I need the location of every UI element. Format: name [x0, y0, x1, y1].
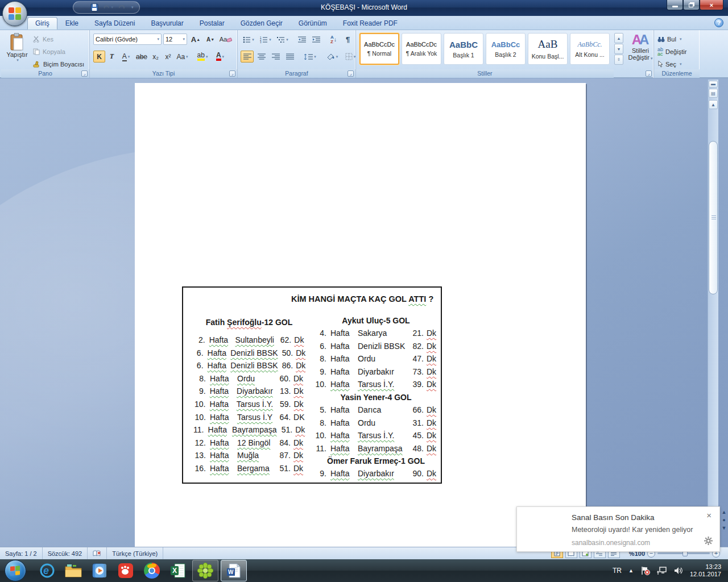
paste-button[interactable]: Yapıştır ▾ [5, 32, 30, 68]
proofing-status[interactable] [88, 547, 107, 559]
browser-notification[interactable]: Sanal Basın Son Dakika Meteoroloji uyard… [516, 506, 720, 552]
justify-button[interactable] [283, 51, 296, 63]
style-gallery-expand[interactable]: ⇳ [614, 55, 623, 65]
restore-button[interactable] [683, 0, 700, 10]
taskbar-internet-explorer[interactable]: e [34, 560, 60, 581]
find-dropdown[interactable]: ▾ [680, 37, 682, 41]
style-scroll-up[interactable]: ▲ [614, 33, 623, 43]
select-dropdown[interactable]: ▾ [680, 62, 682, 66]
grow-font-button[interactable]: A▲ [189, 34, 202, 45]
shrink-font-button[interactable]: A▼ [204, 34, 217, 45]
ribbon-tab[interactable]: Gözden Geçir [233, 17, 291, 30]
split-handle[interactable]: ▬ [709, 81, 718, 88]
vertical-scrollbar[interactable]: ▬ ▤ ▲ [708, 80, 718, 547]
style-card[interactable]: AaBbCc Başlık 2 [486, 33, 526, 65]
highlight-button[interactable]: ab▾ [194, 51, 211, 63]
shading-button[interactable]: ▾ [324, 51, 341, 63]
font-color-button[interactable]: A▾ [212, 51, 229, 63]
ruler-toggle-button[interactable]: ▤ [709, 89, 718, 98]
font-color-dropdown[interactable]: ▾ [222, 55, 225, 59]
font-name-combobox[interactable]: Calibri (Gövde)▾ [93, 34, 162, 45]
network-icon[interactable] [657, 567, 667, 575]
paragraph-dialog-launcher[interactable]: ⌟ [348, 70, 354, 77]
highlight-dropdown[interactable]: ▾ [206, 55, 208, 59]
subscript-button[interactable]: x₂ [150, 51, 162, 63]
change-case-dropdown[interactable]: ▾ [186, 55, 188, 59]
ribbon-tab[interactable]: Postalar [192, 17, 233, 30]
clipboard-dialog-launcher[interactable]: ⌟ [81, 70, 88, 77]
style-scroll-down[interactable]: ▼ [614, 44, 623, 54]
start-button[interactable] [5, 560, 26, 581]
multilevel-list-button[interactable]: ▾ [275, 34, 291, 45]
style-card[interactable]: AaBbCc. Alt Konu ... [570, 33, 610, 65]
word-count-status[interactable]: Sözcük: 492 [43, 547, 88, 559]
zoom-slider[interactable] [657, 552, 710, 554]
change-case-button[interactable]: Aa▾ [175, 51, 190, 63]
office-button[interactable] [2, 1, 27, 26]
bold-button[interactable]: K [93, 51, 105, 63]
increase-indent-button[interactable] [309, 34, 322, 45]
ribbon-tab[interactable]: Başvurular [143, 17, 191, 30]
document-page[interactable]: KİM HANGİ MAÇTA KAÇ GOL ATTI ? Fatih Şer… [135, 83, 586, 547]
taskbar-word-active[interactable]: W [221, 560, 247, 581]
paste-dropdown[interactable]: ▾ [16, 58, 19, 63]
next-page-button[interactable]: ▼ [722, 525, 727, 531]
previous-page-button[interactable]: ▲ [722, 509, 727, 515]
bullets-button[interactable]: ▾ [241, 34, 257, 45]
page-count-status[interactable]: Sayfa: 1 / 2 [0, 547, 43, 559]
scroll-up-button[interactable]: ▲ [709, 100, 718, 109]
help-button[interactable]: ? [714, 18, 723, 27]
clear-formatting-button[interactable]: Aa [218, 34, 233, 45]
select-browse-object-button[interactable]: ● [722, 517, 725, 523]
minimize-button[interactable] [667, 0, 683, 10]
find-button[interactable]: Bul▾ [657, 34, 681, 45]
superscript-button[interactable]: x² [162, 51, 174, 63]
align-right-button[interactable] [269, 51, 282, 63]
taskbar-gom-player[interactable] [113, 560, 139, 581]
style-card[interactable]: AaB Konu Başl... [528, 33, 568, 65]
tray-show-hidden-icons[interactable]: ▲ [628, 568, 634, 573]
action-center-icon[interactable] [640, 566, 650, 575]
language-status[interactable]: Türkçe (Türkiye) [107, 547, 163, 559]
ribbon-tab[interactable]: Foxit Reader PDF [335, 17, 406, 30]
italic-button[interactable]: T [106, 51, 118, 63]
copy-button[interactable]: Kopyala [33, 46, 65, 57]
replace-button[interactable]: abac Değiştir [657, 46, 686, 57]
notification-close-button[interactable]: × [706, 510, 712, 520]
ribbon-tab[interactable]: Sayfa Düzeni [86, 17, 143, 30]
decrease-indent-button[interactable] [295, 34, 308, 45]
notification-settings-icon[interactable] [704, 537, 713, 547]
close-button[interactable]: × [700, 0, 723, 10]
style-card[interactable]: AaBbCcDc ¶ Aralık Yok [402, 33, 441, 65]
taskbar-chrome[interactable] [139, 560, 165, 581]
style-card[interactable]: AaBbC Başlık 1 [444, 33, 483, 65]
tray-language[interactable]: TR [613, 567, 622, 575]
style-card[interactable]: AaBbCcDc ¶ Normal [359, 33, 399, 65]
change-styles-button[interactable]: AA Stilleri Değiştir▾ [628, 32, 653, 69]
taskbar-media-player[interactable] [86, 560, 113, 581]
styles-dialog-launcher[interactable]: ⌟ [646, 70, 652, 77]
select-button[interactable]: Seç▾ [657, 59, 681, 70]
align-left-button[interactable] [241, 51, 254, 63]
numbering-button[interactable]: 123▾ [258, 34, 274, 45]
taskbar-icq[interactable] [192, 560, 218, 581]
strikethrough-button[interactable]: abe [134, 51, 149, 63]
underline-button[interactable]: A▾ [118, 51, 134, 63]
ribbon-tab[interactable]: Giriş [27, 17, 57, 30]
underline-dropdown[interactable]: ▾ [128, 55, 130, 59]
font-size-combobox[interactable]: 12▾ [163, 34, 187, 45]
font-dialog-launcher[interactable]: ⌟ [229, 70, 235, 77]
show-marks-button[interactable]: ¶ [341, 34, 354, 45]
scroll-thumb[interactable] [709, 141, 718, 294]
tray-clock[interactable]: 13:23 12.01.2017 [690, 563, 721, 578]
taskbar-explorer[interactable] [60, 560, 86, 581]
ribbon-tab[interactable]: Ekle [57, 17, 86, 30]
cut-button[interactable]: Kes [33, 34, 53, 45]
taskbar-excel[interactable]: X [165, 560, 191, 581]
sort-button[interactable]: AZ↓ [327, 34, 340, 45]
format-painter-button[interactable]: Biçim Boyacısı [33, 59, 84, 70]
align-center-button[interactable] [255, 51, 268, 63]
ribbon-tab[interactable]: Görünüm [291, 17, 335, 30]
line-spacing-button[interactable]: ▾ [301, 51, 318, 63]
volume-icon[interactable] [674, 567, 683, 575]
